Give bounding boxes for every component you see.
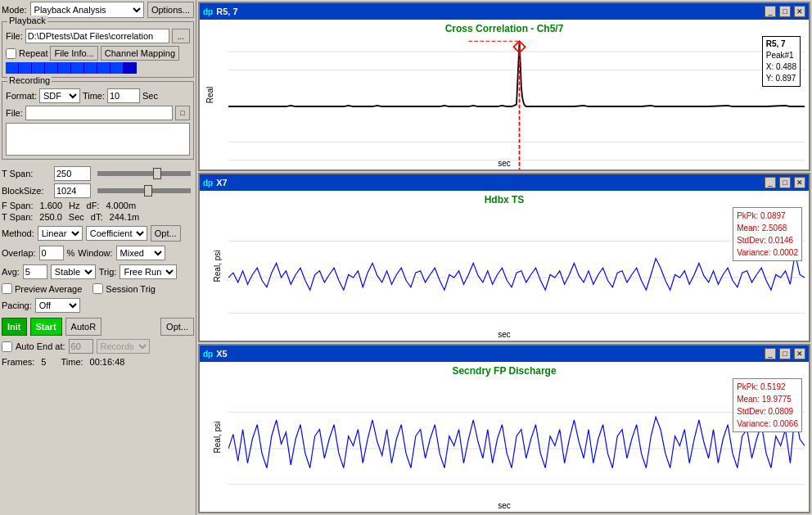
rec-file-input[interactable]	[25, 106, 173, 120]
close-btn-1[interactable]: ✕	[794, 6, 805, 17]
chart-x7-title: X7	[216, 178, 761, 187]
overlap-pct: %	[67, 248, 75, 258]
coeff-select[interactable]: Coefficient	[86, 226, 147, 241]
chart-x7: dp X7 _ □ ✕ Hdbx TS Real, psi sec PkPk: …	[198, 173, 810, 342]
tspan-input[interactable]	[54, 166, 91, 181]
channel-mapping-button[interactable]: Channel Mapping	[101, 46, 179, 61]
repeat-checkbox[interactable]	[6, 48, 16, 59]
autoR-button[interactable]: AutoR	[65, 318, 102, 336]
dp-icon-1: dp	[203, 7, 213, 16]
fspan-label: F Span:	[2, 201, 34, 210]
x7-variance: Variance: 0.0002	[737, 246, 798, 259]
trig-select[interactable]: Free Run	[120, 264, 177, 279]
chart-x5-body: Secndry FP Discharge Real, psi sec PkPk:…	[200, 362, 809, 512]
time-input[interactable]	[107, 88, 140, 103]
control-row: Init Start AutoR Opt...	[2, 318, 194, 336]
init-button[interactable]: Init	[2, 318, 27, 336]
params-section: T Span: BlockSize: F Span: 1.600 Hz dF: …	[2, 166, 194, 224]
file-label: File:	[6, 31, 23, 41]
tspan-slider[interactable]	[97, 171, 191, 176]
frames-value: 5	[41, 357, 46, 367]
blocksize-label: BlockSize:	[2, 186, 51, 196]
rec-file-label: File:	[6, 108, 23, 118]
method-select[interactable]: Linear	[38, 226, 83, 241]
close-btn-3[interactable]: ✕	[794, 348, 805, 359]
chart-r5-7-body: Cross Correlation - Ch5/7 Real sec 0 0.5…	[200, 20, 809, 169]
rec-browse-button[interactable]: □	[175, 106, 190, 120]
df-label: dF:	[87, 201, 100, 210]
dt-value: 244.1m	[110, 212, 140, 222]
hdbx-title: Hdbx TS	[200, 194, 809, 206]
x7-stddev: StdDev: 0.0146	[737, 234, 798, 246]
start-button[interactable]: Start	[30, 318, 62, 336]
x7-pkpk: PkPk: 0.0897	[737, 210, 798, 222]
session-trig-label: Session Trig	[106, 284, 156, 294]
stable-select[interactable]: Stable	[51, 264, 96, 279]
chart-x5-svg	[228, 377, 805, 512]
chart-r5-7-titlebar: dp R5, 7 _ □ ✕	[200, 3, 809, 20]
playback-group: Playback File: ... Repeat File Info... C…	[2, 21, 194, 78]
fspan-unit: Hz	[69, 201, 79, 210]
autoend-row: Auto End at: Records	[2, 339, 194, 354]
chart-r5-7-annotation: R5, 7 Peak#1 X: 0.488 Y: 0.897	[762, 36, 801, 87]
chart-x5-title: X5	[216, 349, 761, 359]
file-input[interactable]	[25, 29, 169, 43]
sec-label: Sec	[142, 91, 158, 101]
avg-row: Avg: Stable Trig: Free Run	[2, 264, 194, 279]
time-label: Time:	[83, 91, 105, 101]
time-status-value: 00:16:48	[90, 357, 125, 367]
chart-r5-7-title: R5, 7	[216, 7, 761, 16]
right-panel: dp R5, 7 _ □ ✕ Cross Correlation - Ch5/7…	[196, 0, 812, 515]
close-btn-2[interactable]: ✕	[794, 177, 805, 188]
preview-label: Preview Average	[15, 284, 82, 294]
blocksize-slider[interactable]	[97, 188, 191, 193]
minimize-btn-2[interactable]: _	[765, 177, 776, 188]
browse-button[interactable]: ...	[172, 29, 190, 43]
chart-x5-titlebar: dp X5 _ □ ✕	[200, 346, 809, 362]
chart-x7-stats: PkPk: 0.0897 Mean: 2.5068 StdDev: 0.0146…	[733, 207, 802, 261]
session-trig-checkbox[interactable]	[92, 283, 103, 294]
x5-variance: Variance: 0.0066	[737, 418, 798, 430]
maximize-btn-2[interactable]: □	[779, 177, 791, 188]
window-select[interactable]: Mixed	[116, 246, 165, 260]
overlap-label: Overlap:	[2, 248, 36, 258]
chart-x7-body: Hdbx TS Real, psi sec PkPk: 0.0897 Mean:…	[200, 191, 809, 341]
file-info-button[interactable]: File Info...	[50, 46, 97, 61]
pacing-label: Pacing:	[2, 300, 32, 310]
repeat-label: Repeat	[19, 48, 47, 58]
maximize-btn-3[interactable]: □	[779, 348, 791, 359]
pacing-select[interactable]: Off	[35, 298, 80, 313]
format-select[interactable]: SDF	[39, 88, 80, 103]
chart-x5-stats: PkPk: 0.5192 Mean: 19.9775 StdDev: 0.080…	[733, 378, 802, 432]
recording-group: Recording Format: SDF Time: Sec File: □	[2, 81, 194, 160]
pacing-row: Pacing: Off	[2, 298, 194, 313]
tspan2-label: T Span:	[2, 212, 33, 222]
method-label: Method:	[2, 228, 34, 238]
ann-peak: Peak#1	[766, 50, 796, 61]
minimize-btn-1[interactable]: _	[765, 6, 776, 17]
autoend-input	[69, 339, 93, 354]
blocksize-input[interactable]	[54, 183, 91, 198]
controls-opt-button[interactable]: Opt...	[160, 318, 194, 336]
x7-mean: Mean: 2.5068	[737, 222, 798, 234]
maximize-btn-1[interactable]: □	[779, 6, 791, 17]
window-label: Window:	[78, 248, 112, 258]
method-row: Method: Linear Coefficient Opt...	[2, 225, 194, 242]
chart-r5-7: dp R5, 7 _ □ ✕ Cross Correlation - Ch5/7…	[198, 2, 810, 171]
avg-input[interactable]	[23, 264, 47, 279]
overlap-row: Overlap: % Window: Mixed	[2, 246, 194, 260]
preview-row: Preview Average Session Trig	[2, 283, 194, 294]
frames-row: Frames: 5 Time: 00:16:48	[2, 357, 194, 367]
chart-x7-svg	[228, 206, 805, 341]
records-select: Records	[97, 339, 150, 354]
method-opt-button[interactable]: Opt...	[151, 225, 181, 242]
minimize-btn-3[interactable]: _	[765, 348, 776, 359]
overlap-input[interactable]	[39, 246, 64, 260]
options-button[interactable]: Options...	[147, 2, 194, 18]
dt-label: dT:	[91, 212, 103, 222]
x5-pkpk: PkPk: 0.5192	[737, 381, 798, 393]
autoend-checkbox[interactable]	[2, 341, 12, 352]
ann-x: X: 0.488	[766, 61, 796, 73]
file-box	[6, 123, 190, 156]
preview-checkbox[interactable]	[2, 283, 12, 294]
